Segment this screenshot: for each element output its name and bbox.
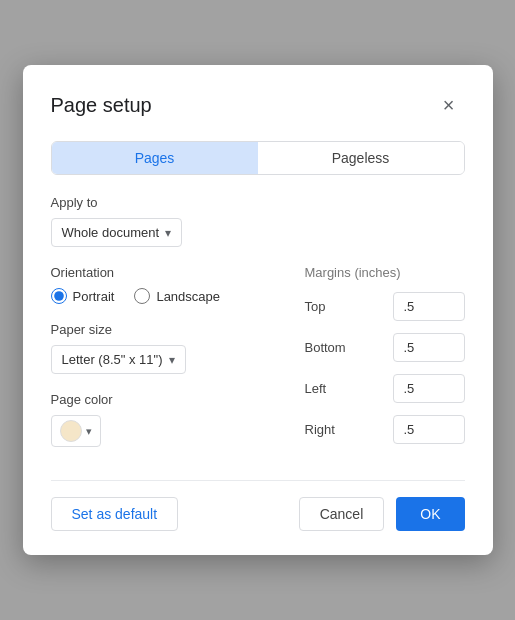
margins-unit: (inches) [354,265,400,280]
orientation-options: Portrait Landscape [51,288,281,304]
left-margin-label: Left [305,381,365,396]
paper-size-select[interactable]: Letter (8.5" x 11") ▾ [51,345,186,374]
landscape-label: Landscape [156,289,220,304]
footer-right-buttons: Cancel OK [299,497,465,531]
top-margin-label: Top [305,299,365,314]
top-margin-input[interactable] [393,292,465,321]
modal-overlay: Page setup × Pages Pageless Apply to Who… [0,0,515,620]
paper-size-value: Letter (8.5" x 11") [62,352,163,367]
left-margin-input[interactable] [393,374,465,403]
portrait-radio[interactable] [51,288,67,304]
left-column: Orientation Portrait Landscape Paper si [51,265,281,456]
bottom-margin-input[interactable] [393,333,465,362]
tab-pages[interactable]: Pages [52,142,258,174]
apply-to-chevron: ▾ [165,226,171,240]
landscape-radio[interactable] [134,288,150,304]
set-as-default-button[interactable]: Set as default [51,497,179,531]
dialog-footer: Set as default Cancel OK [51,480,465,531]
cancel-button[interactable]: Cancel [299,497,385,531]
bottom-margin-row: Bottom [305,333,465,362]
paper-size-label: Paper size [51,322,281,337]
margins-title: Margins (inches) [305,265,465,280]
right-column: Margins (inches) Top Bottom Left Right [305,265,465,456]
page-color-label: Page color [51,392,281,407]
bottom-margin-label: Bottom [305,340,365,355]
paper-size-chevron: ▾ [169,353,175,367]
apply-to-select[interactable]: Whole document ▾ [51,218,183,247]
dialog-title: Page setup [51,94,152,117]
color-swatch [60,420,82,442]
right-margin-input[interactable] [393,415,465,444]
right-margin-row: Right [305,415,465,444]
dialog-header: Page setup × [51,89,465,121]
page-color-button[interactable]: ▾ [51,415,101,447]
page-setup-dialog: Page setup × Pages Pageless Apply to Who… [23,65,493,555]
color-chevron-icon: ▾ [86,425,92,438]
portrait-option[interactable]: Portrait [51,288,115,304]
top-margin-row: Top [305,292,465,321]
apply-to-value: Whole document [62,225,160,240]
page-color-section: Page color ▾ [51,392,281,447]
portrait-label: Portrait [73,289,115,304]
close-button[interactable]: × [433,89,465,121]
left-margin-row: Left [305,374,465,403]
right-margin-label: Right [305,422,365,437]
main-content: Orientation Portrait Landscape Paper si [51,265,465,456]
paper-size-section: Paper size Letter (8.5" x 11") ▾ [51,322,281,374]
ok-button[interactable]: OK [396,497,464,531]
landscape-option[interactable]: Landscape [134,288,220,304]
tab-bar: Pages Pageless [51,141,465,175]
apply-to-label: Apply to [51,195,465,210]
orientation-section: Orientation Portrait Landscape [51,265,281,304]
tab-pageless[interactable]: Pageless [258,142,464,174]
orientation-label: Orientation [51,265,281,280]
apply-to-section: Apply to Whole document ▾ [51,195,465,247]
